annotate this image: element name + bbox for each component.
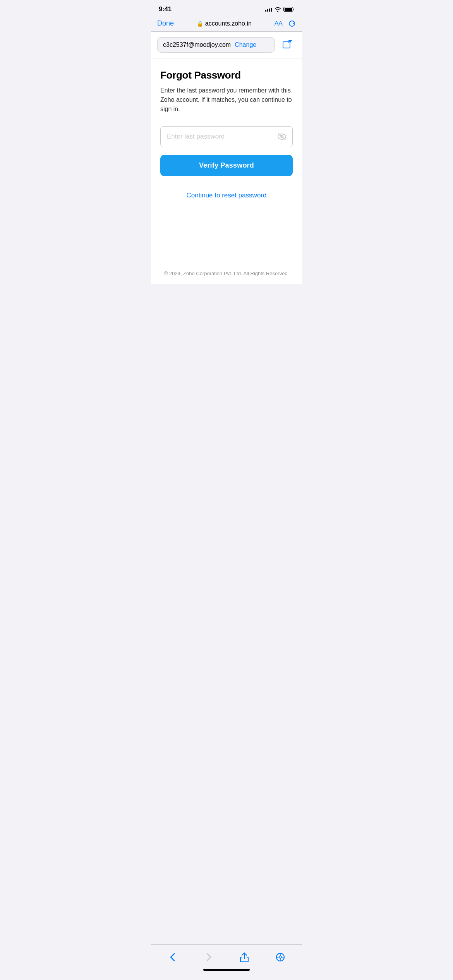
status-icons xyxy=(265,7,294,12)
reload-button[interactable] xyxy=(288,20,296,27)
change-email-button[interactable]: Change xyxy=(235,41,256,48)
wifi-icon xyxy=(275,7,281,12)
footer-text: © 2024, Zoho Corporation Pvt. Ltd. All R… xyxy=(164,271,289,276)
url-text: accounts.zoho.in xyxy=(205,20,252,27)
status-bar: 9:41 xyxy=(151,0,302,16)
verify-password-button[interactable]: Verify Password xyxy=(160,155,293,176)
page-description: Enter the last password you remember wit… xyxy=(160,86,293,114)
battery-icon xyxy=(283,7,294,12)
url-bar: 🔒 accounts.zoho.in xyxy=(197,20,252,27)
toggle-password-icon[interactable] xyxy=(277,133,287,140)
signal-icon xyxy=(265,7,272,12)
email-address: c3c2537f@moodjoy.com xyxy=(163,41,231,48)
page-title: Forgot Password xyxy=(160,69,293,81)
browser-nav-bar: Done 🔒 accounts.zoho.in AA xyxy=(151,16,302,31)
lock-icon: 🔒 xyxy=(197,21,203,27)
status-time: 9:41 xyxy=(159,5,172,13)
svg-rect-0 xyxy=(283,42,290,48)
page-footer: © 2024, Zoho Corporation Pvt. Ltd. All R… xyxy=(151,263,302,284)
email-display: c3c2537f@moodjoy.com Change xyxy=(157,37,275,53)
done-button[interactable]: Done xyxy=(157,19,174,27)
text-size-button[interactable]: AA xyxy=(275,20,283,27)
form-content: Forgot Password Enter the last password … xyxy=(151,58,302,216)
password-input-wrapper xyxy=(160,126,293,147)
browser-actions: AA xyxy=(275,20,296,27)
email-bar: c3c2537f@moodjoy.com Change xyxy=(151,32,302,58)
compose-button[interactable] xyxy=(279,36,296,53)
web-content: c3c2537f@moodjoy.com Change Forgot Passw… xyxy=(151,32,302,284)
reset-password-link[interactable]: Continue to reset password xyxy=(160,192,293,199)
password-input[interactable] xyxy=(160,126,293,147)
